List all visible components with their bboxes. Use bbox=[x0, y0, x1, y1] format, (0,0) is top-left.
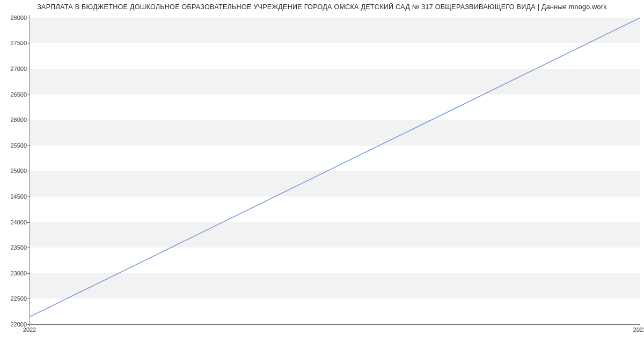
y-tick-mark bbox=[27, 146, 30, 146]
y-tick-mark bbox=[27, 69, 30, 69]
y-tick-label: 27500 bbox=[2, 40, 27, 46]
y-tick-label: 25500 bbox=[2, 142, 27, 149]
chart-title: ЗАРПЛАТА В БЮДЖЕТНОЕ ДОШКОЛЬНОЕ ОБРАЗОВА… bbox=[0, 3, 644, 11]
y-tick-mark bbox=[27, 18, 30, 18]
line-series bbox=[30, 15, 640, 324]
y-tick-mark bbox=[27, 273, 30, 274]
x-tick-label: 2022 bbox=[23, 326, 36, 333]
y-tick-mark bbox=[27, 120, 30, 120]
y-tick-label: 24000 bbox=[2, 219, 27, 226]
y-tick-mark bbox=[27, 171, 30, 171]
x-tick-mark bbox=[30, 324, 30, 326]
y-tick-mark bbox=[27, 197, 30, 197]
y-tick-label: 24500 bbox=[2, 193, 27, 200]
x-tick-mark bbox=[640, 324, 640, 326]
y-tick-mark bbox=[27, 299, 30, 299]
plot-area bbox=[30, 15, 640, 325]
y-tick-label: 26000 bbox=[2, 117, 27, 123]
y-tick-label: 28000 bbox=[2, 14, 27, 21]
chart-container: ЗАРПЛАТА В БЮДЖЕТНОЕ ДОШКОЛЬНОЕ ОБРАЗОВА… bbox=[0, 0, 644, 349]
y-tick-mark bbox=[27, 94, 30, 95]
y-tick-mark bbox=[27, 248, 30, 248]
y-tick-label: 23500 bbox=[2, 244, 27, 251]
y-tick-label: 22500 bbox=[2, 295, 27, 302]
svg-line-0 bbox=[30, 18, 640, 317]
y-tick-label: 25000 bbox=[2, 168, 27, 174]
y-tick-label: 26500 bbox=[2, 91, 27, 98]
y-tick-mark bbox=[27, 222, 30, 223]
y-tick-label: 27000 bbox=[2, 66, 27, 72]
x-tick-label: 2023 bbox=[633, 326, 644, 333]
y-tick-mark bbox=[27, 43, 30, 43]
y-tick-label: 23000 bbox=[2, 270, 27, 277]
